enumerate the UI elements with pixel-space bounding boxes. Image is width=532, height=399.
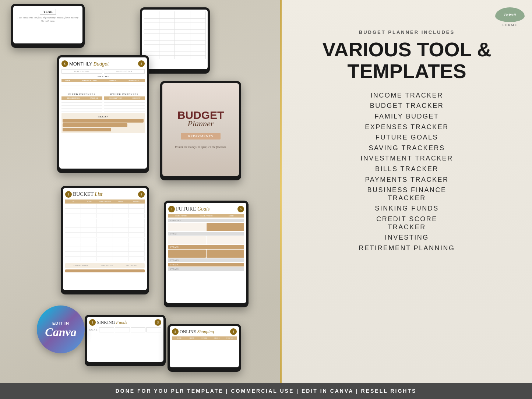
canva-text: Canva	[45, 326, 76, 338]
spreadsheet-row	[144, 41, 206, 45]
sinking-goal-label: GOAL	[89, 328, 98, 331]
expenses-section: FIXED EXPENSES DESCRIPTIONAMOUNT OTHER E…	[61, 93, 145, 112]
tablet-future-goals: $ FUTURE Goals $ DATE FRAME WANT / VISIO…	[164, 201, 249, 307]
feature-saving-trackers: SAVING TRACKERS	[369, 144, 445, 152]
monthly-header: $ MONTHLY Budget $	[61, 60, 145, 67]
future-col-need: NEED	[219, 215, 243, 217]
spreadsheet-row	[144, 11, 206, 15]
bucket-header: $ BUCKET List $	[65, 191, 145, 198]
bucket-col-target: TARGET DATE	[97, 201, 113, 202]
bucket-footer-solutions: SOLUTIONS	[126, 265, 137, 266]
feature-payments-tracker: PAYMENTS TRACKER	[365, 176, 448, 184]
main-title: VARIOUS TOOL &TEMPLATES	[322, 39, 491, 82]
feature-credit-score-tracker: CREDIT SCORETRACKER	[376, 215, 437, 231]
future-goals-block: 3 MONTHS 1 YEAR 5 YEARS 2	[168, 219, 244, 271]
tablet-monthly-screen: $ MONTHLY Budget $ BUDGET GOAL MONTH / Y…	[59, 57, 147, 169]
sinking-goal-row: GOAL	[89, 327, 161, 332]
bucket-row	[65, 252, 145, 257]
bottom-bar: DONE FOR YOU PLR TEMPLATE | COMMERCIAL U…	[0, 383, 532, 399]
other-expenses-col: OTHER EXPENSES DESCRIPTIONAMOUNT	[104, 93, 145, 112]
bucket-row	[65, 214, 145, 218]
bucket-row	[65, 238, 145, 242]
spreadsheet-row	[144, 22, 206, 26]
tablet-bucket-screen: $ BUCKET List $ NO ITEM TARGET DATE COST…	[63, 188, 147, 290]
shopping-title: ONLINE Shopping	[180, 329, 214, 335]
bucket-table-header: NO ITEM TARGET DATE COST STATUS	[65, 200, 145, 204]
bucket-money-icon-left: $	[65, 191, 72, 198]
future-goal-label-5y: 5 YEARS	[168, 245, 244, 249]
bucket-row	[65, 204, 145, 209]
tablet-year: YEAR I am tuned into the flow of prosper…	[11, 4, 85, 48]
shopping-table-header: DATE ITEM STORE PRICE STATUS	[172, 336, 237, 340]
bucket-row	[65, 219, 145, 223]
bucket-col-cost: COST	[113, 201, 128, 202]
bucket-content: $ BUCKET List $ NO ITEM TARGET DATE COST…	[63, 188, 147, 275]
spreadsheet-row	[144, 19, 206, 22]
right-panel: BeWell FORME BUDGET PLANNER INCLUDES VAR…	[282, 0, 532, 383]
bucket-money-icon-right: $	[138, 191, 145, 198]
feature-investment-tracker: INVESTMENT TRACKER	[360, 155, 453, 163]
future-col-date: DATE FRAME	[169, 215, 193, 217]
bottom-bar-text: DONE FOR YOU PLR TEMPLATE | COMMERCIAL U…	[116, 388, 417, 394]
sinking-money-icon-right: $	[155, 319, 161, 326]
future-goal-cell	[207, 236, 244, 244]
sinking-header: $ SINKING Funds $	[89, 319, 161, 326]
brand-logo: BeWell	[495, 7, 525, 22]
bucket-title: BUCKET List	[73, 191, 102, 197]
feature-future-goals: FUTURE GOALS	[376, 134, 438, 142]
spreadsheet-row	[144, 45, 206, 48]
budget-planner-content: BUDGET Planner REPAYMENTS It's not the m…	[162, 83, 239, 176]
gold-divider	[280, 0, 282, 383]
bucket-rows	[65, 204, 145, 261]
tablet-budget-screen: BUDGET Planner REPAYMENTS It's not the m…	[162, 83, 239, 176]
other-expenses-title: OTHER EXPENSES	[104, 93, 145, 96]
sinking-box	[115, 327, 130, 332]
goal-row: BUDGET GOAL MONTH / YEAR	[61, 69, 145, 74]
spreadsheet-row	[144, 15, 206, 19]
sinking-content: $ SINKING Funds $ GOAL	[87, 317, 163, 336]
money-icon-right: $	[138, 60, 145, 67]
fixed-table: DESCRIPTIONAMOUNT	[61, 96, 102, 112]
bucket-row	[65, 223, 145, 228]
income-table: DATEMONTHLY FREQAMOUNTAFTER TAX	[61, 79, 145, 91]
tablet-monthly-budget: $ MONTHLY Budget $ BUDGET GOAL MONTH / Y…	[57, 55, 149, 173]
bucket-col-status: STATUS	[128, 201, 144, 202]
other-table: DESCRIPTIONAMOUNT	[104, 96, 145, 112]
bucket-footer-saved: AMOUNT SAVED	[73, 265, 88, 266]
future-goal-row-1y	[168, 236, 244, 244]
shopping-header: $ ONLINE Shopping $	[172, 328, 237, 335]
bucket-row	[65, 228, 145, 233]
future-goal-cell	[168, 236, 206, 244]
spreadsheet-row	[144, 48, 206, 52]
sinking-box	[146, 327, 161, 332]
spreadsheet-row	[144, 26, 206, 30]
future-col-want: WANT / VISION	[194, 215, 218, 217]
tablet-spreadsheet	[140, 7, 210, 74]
sinking-money-icon: $	[89, 319, 96, 326]
budget-includes-label: BUDGET PLANNER INCLUDES	[359, 29, 455, 35]
sinking-box	[131, 327, 146, 332]
year-title: YEAR	[40, 9, 56, 15]
canva-edit-in-text: EDIT IN	[52, 321, 69, 325]
bucket-col-item: ITEM	[81, 201, 97, 202]
bucket-footer-bar	[65, 269, 145, 272]
feature-budget-tracker: BUDGET TRACKER	[370, 102, 444, 110]
future-header: $ FUTURE Goals $	[168, 206, 244, 212]
future-goal-label-2y: 2 YEARS	[168, 258, 244, 262]
shopping-money-icon-right: $	[230, 328, 237, 335]
spreadsheet-row	[144, 52, 206, 56]
tablet-year-screen: YEAR I am tuned into the flow of prosper…	[13, 6, 82, 43]
canva-badge[interactable]: EDIT IN Canva	[37, 306, 85, 353]
feature-investing: INVESTING	[385, 234, 429, 242]
brand-name: FORME	[502, 23, 517, 27]
shopping-col-item: ITEM	[185, 337, 198, 339]
budget-script-title: Planner	[188, 119, 214, 128]
bucket-row	[65, 233, 145, 237]
spreadsheet-row	[144, 33, 206, 37]
future-money-icon-right: $	[237, 206, 244, 212]
tablet-shopping-screen: $ ONLINE Shopping $ DATE ITEM STORE PRIC…	[170, 326, 239, 367]
future-cols-header: DATE FRAME WANT / VISION NEED	[168, 214, 244, 218]
future-goal-label-1y: 1 YEAR	[168, 232, 244, 236]
shopping-money-icon: $	[172, 328, 179, 335]
spreadsheet-row	[144, 30, 206, 33]
